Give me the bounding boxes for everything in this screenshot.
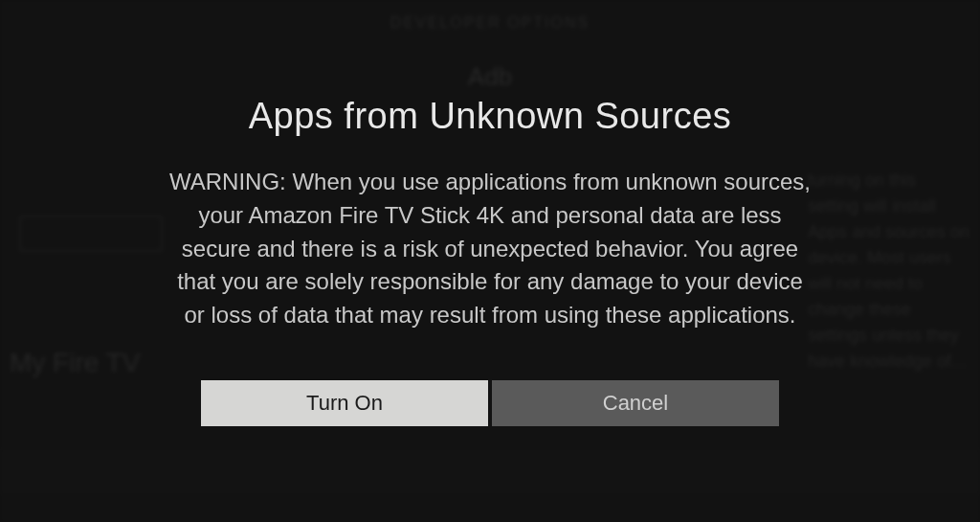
dialog-warning-text: WARNING: When you use applications from … [155,166,825,332]
turn-on-button[interactable]: Turn On [201,380,488,426]
dialog-button-row: Turn On Cancel [155,380,825,426]
modal-overlay: Apps from Unknown Sources WARNING: When … [0,0,980,522]
cancel-button[interactable]: Cancel [492,380,779,426]
dialog-title: Apps from Unknown Sources [155,96,825,137]
confirm-dialog: Apps from Unknown Sources WARNING: When … [155,77,825,445]
